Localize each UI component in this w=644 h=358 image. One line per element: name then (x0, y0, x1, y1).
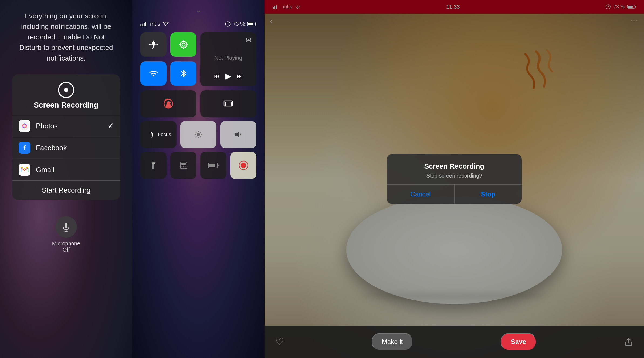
share-button[interactable] (624, 337, 633, 346)
volume-icon (234, 130, 243, 139)
volume-button[interactable] (220, 121, 256, 148)
photos-checkmark: ✓ (108, 122, 114, 130)
svg-rect-37 (225, 102, 231, 106)
clock-icon (225, 21, 231, 27)
svg-rect-48 (181, 163, 186, 165)
focus-label: Focus (158, 132, 171, 138)
bluetooth-icon (178, 68, 189, 79)
dialog-title: Screen Recording (395, 162, 514, 170)
wifi-icon (162, 22, 169, 26)
share-icon (624, 337, 633, 346)
gmail-label: Gmail (36, 166, 114, 174)
svg-point-52 (181, 168, 182, 169)
screen-lock-icon (163, 99, 174, 109)
dialog-overlay: Screen Recording Stop screen recording? … (265, 0, 644, 358)
save-button[interactable]: Save (501, 333, 536, 350)
not-playing-label: Not Playing (204, 55, 253, 61)
chevron-icon[interactable]: ⌄ (195, 5, 202, 14)
bluetooth-button[interactable] (170, 61, 196, 86)
svg-point-50 (183, 166, 184, 167)
panel-photo-app: mt:s 11.33 73 % ‹ ··· (265, 0, 644, 358)
battery-status-button[interactable] (200, 152, 226, 179)
forward-button[interactable]: ⏭ (237, 73, 243, 80)
facebook-label: Facebook (36, 144, 114, 152)
screen-record-icon (239, 160, 248, 170)
cellular-button[interactable] (170, 32, 196, 57)
calculator-button[interactable] (170, 152, 196, 179)
list-item-gmail[interactable]: Gmail (12, 159, 120, 180)
start-recording-button[interactable]: Start Recording (12, 181, 120, 200)
play-button[interactable]: ▶ (225, 72, 231, 81)
moon-icon (146, 130, 154, 139)
status-left: mt:s (140, 21, 169, 27)
stop-button[interactable]: Stop (455, 185, 522, 204)
airplane-mode-button[interactable] (140, 32, 167, 57)
cancel-button[interactable]: Cancel (387, 185, 454, 204)
recording-notice: Everything on your screen, including not… (0, 11, 132, 63)
heart-button[interactable]: ♡ (275, 336, 284, 347)
bottom-toolbar: ♡ Make it Save (265, 326, 644, 358)
panel-control-center: ⌄ mt:s 73 % (132, 0, 265, 358)
make-it-button[interactable]: Make it (372, 333, 413, 350)
microphone-label: MicrophoneOff (52, 240, 80, 253)
photos-app-icon (19, 120, 30, 132)
media-player: Not Playing ⏮ ▶ ⏭ (200, 32, 256, 86)
calculator-icon (179, 161, 188, 170)
flashlight-icon (149, 161, 158, 170)
dialog-buttons: Cancel Stop (387, 185, 522, 204)
battery-icon (247, 22, 256, 26)
screen-mirror-icon (223, 99, 233, 109)
microphone-button[interactable] (55, 216, 77, 238)
list-item-photos[interactable]: Photos ✓ (12, 115, 120, 137)
svg-rect-13 (65, 223, 67, 228)
svg-line-43 (196, 132, 196, 133)
svg-rect-25 (248, 23, 253, 25)
svg-point-38 (197, 133, 200, 136)
svg-point-27 (182, 43, 185, 46)
screen-mirror-button[interactable] (200, 90, 256, 117)
cellular-icon (178, 39, 189, 50)
carrier-name: mt:s (150, 21, 160, 27)
dialog-content: Screen Recording Stop screen recording? (387, 154, 522, 184)
svg-point-51 (185, 166, 186, 167)
wifi-toggle-button[interactable] (140, 61, 167, 86)
svg-point-9 (23, 125, 26, 127)
rewind-button[interactable]: ⏮ (214, 73, 220, 80)
stop-recording-dialog: Screen Recording Stop screen recording? … (387, 154, 522, 204)
svg-point-53 (183, 168, 184, 169)
airplay-icon[interactable] (245, 36, 253, 44)
status-bar: mt:s 73 % (132, 18, 265, 32)
svg-rect-19 (145, 22, 146, 26)
facebook-app-icon: f (19, 142, 30, 154)
flashlight-button[interactable] (140, 152, 167, 179)
svg-rect-57 (209, 164, 215, 167)
svg-point-54 (185, 168, 186, 169)
svg-point-32 (153, 75, 154, 76)
airplane-icon (148, 39, 159, 50)
card-title: Screen Recording (34, 101, 99, 109)
svg-point-49 (181, 166, 182, 167)
brightness-button[interactable] (180, 121, 216, 148)
list-item-facebook[interactable]: f Facebook (12, 137, 120, 159)
signal-icon (140, 22, 148, 26)
wifi-toggle-icon (148, 68, 159, 79)
svg-text:f: f (23, 144, 26, 152)
svg-rect-17 (142, 24, 143, 26)
svg-rect-56 (218, 165, 219, 166)
svg-rect-35 (166, 104, 171, 108)
svg-rect-18 (144, 23, 145, 26)
brightness-icon (194, 130, 203, 139)
battery-status-icon (208, 162, 219, 169)
recording-card: Screen Recording (12, 74, 120, 200)
status-right: 73 % (225, 21, 256, 27)
battery-pct: 73 % (233, 21, 245, 27)
screen-lock-button[interactable] (140, 90, 196, 117)
card-header: Screen Recording (12, 82, 120, 115)
svg-point-59 (241, 163, 246, 168)
svg-line-46 (196, 136, 196, 137)
dialog-subtitle: Stop screen recording? (395, 173, 514, 179)
svg-point-26 (180, 41, 187, 48)
svg-line-44 (200, 136, 201, 137)
focus-button[interactable]: Focus (140, 121, 177, 148)
screen-record-button[interactable] (230, 152, 256, 179)
